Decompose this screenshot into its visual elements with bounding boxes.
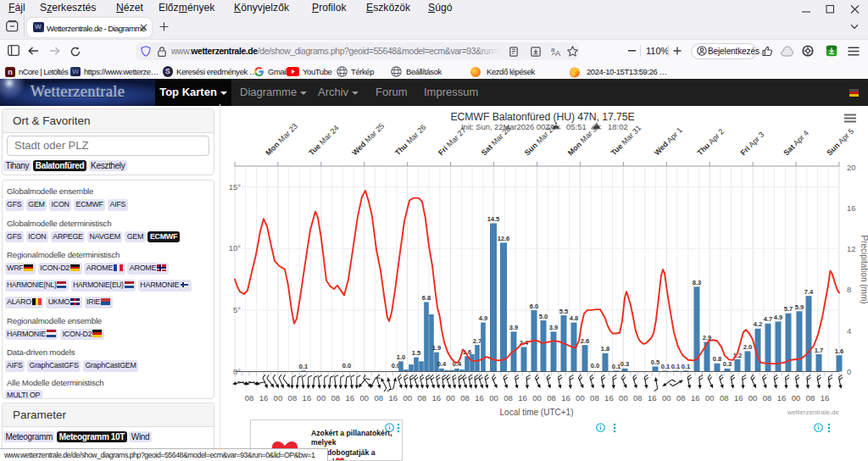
svg-text:Fri Mar 27: Fri Mar 27 (437, 126, 468, 158)
svg-text:ECMWF Balatonfüred (HU) 47N, 1: ECMWF Balatonfüred (HU) 47N, 17.75E (450, 111, 634, 123)
svg-text:00: 00 (489, 393, 498, 403)
svg-text:0.0: 0.0 (591, 362, 599, 369)
svg-text:08: 08 (720, 393, 729, 403)
svg-text:0.1: 0.1 (612, 363, 620, 370)
svg-text:16: 16 (259, 393, 269, 403)
svg-text:16: 16 (734, 393, 743, 403)
svg-text:0.1: 0.1 (682, 363, 690, 370)
svg-text:6.0: 6.0 (530, 303, 538, 310)
svg-text:16: 16 (388, 393, 398, 403)
svg-text:00: 00 (792, 393, 801, 403)
svg-text:12: 12 (847, 244, 856, 253)
svg-text:1.5: 1.5 (412, 349, 420, 357)
svg-text:20: 20 (847, 163, 856, 172)
svg-text:16: 16 (847, 203, 856, 213)
svg-text:0.5: 0.5 (651, 358, 659, 366)
svg-text:12.6: 12.6 (498, 235, 510, 242)
svg-text:08: 08 (504, 393, 513, 403)
svg-text:Thu Apr 2: Thu Apr 2 (696, 127, 726, 157)
svg-text:0.3: 0.3 (723, 360, 732, 368)
svg-text:08: 08 (633, 393, 643, 403)
svg-text:08: 08 (331, 393, 341, 403)
svg-text:Mon Mar 23: Mon Mar 23 (264, 122, 299, 158)
svg-text:08: 08 (763, 393, 772, 403)
svg-text:4.7: 4.7 (764, 315, 772, 323)
svg-text:0.1: 0.1 (299, 363, 308, 370)
svg-text:3.9: 3.9 (549, 324, 558, 331)
svg-text:Precipitation (mm): Precipitation (mm) (860, 235, 868, 303)
svg-text:8: 8 (847, 285, 851, 294)
svg-text:00: 00 (619, 393, 628, 403)
svg-text:1.0: 1.0 (397, 353, 405, 361)
svg-text:08: 08 (590, 393, 599, 403)
svg-text:16: 16 (691, 393, 700, 403)
svg-text:A: A (555, 49, 560, 57)
svg-text:4.2: 4.2 (754, 320, 762, 328)
svg-text:2.0: 2.0 (743, 343, 752, 351)
svg-text:5.0: 5.0 (539, 313, 548, 320)
svg-text:16: 16 (604, 393, 614, 403)
svg-text:00: 00 (274, 393, 283, 403)
svg-text:00: 00 (317, 393, 326, 403)
svg-text:2.7: 2.7 (473, 337, 481, 345)
svg-text:0.0: 0.0 (342, 362, 351, 369)
svg-text:08: 08 (676, 393, 686, 403)
svg-text:4.9: 4.9 (479, 314, 487, 322)
svg-text:16: 16 (475, 393, 484, 403)
svg-text:08: 08 (460, 393, 470, 403)
svg-text:8.3: 8.3 (693, 279, 701, 286)
svg-text:Tue Mar 24: Tue Mar 24 (307, 124, 340, 157)
svg-text:00: 00 (360, 393, 370, 403)
svg-text:7.4: 7.4 (804, 288, 814, 296)
svg-text:2.6: 2.6 (581, 337, 589, 345)
svg-text:3.9: 3.9 (509, 324, 518, 331)
svg-text:08: 08 (245, 393, 254, 403)
svg-text:14.5: 14.5 (487, 215, 500, 223)
svg-text:08: 08 (375, 393, 384, 403)
svg-text:00: 00 (403, 393, 412, 403)
svg-text:0.8: 0.8 (713, 355, 721, 363)
svg-text:10°: 10° (229, 243, 242, 253)
svg-text:08: 08 (806, 393, 815, 403)
svg-text:0: 0 (847, 367, 851, 376)
svg-text:0.4: 0.4 (437, 360, 447, 368)
svg-text:16: 16 (346, 393, 355, 403)
svg-text:Local time (UTC+1): Local time (UTC+1) (500, 408, 574, 417)
svg-text:5.5: 5.5 (559, 308, 568, 315)
svg-text:4.8: 4.8 (570, 314, 578, 322)
svg-text:16: 16 (431, 393, 441, 403)
svg-text:16: 16 (648, 393, 657, 403)
svg-text:16: 16 (303, 393, 312, 403)
svg-text:00: 00 (748, 393, 758, 403)
svg-text:0.1: 0.1 (661, 363, 670, 370)
svg-text:15°: 15° (229, 182, 242, 192)
svg-text:00: 00 (532, 393, 542, 403)
svg-text:5.7: 5.7 (784, 305, 793, 313)
svg-text:08: 08 (288, 393, 298, 403)
svg-text:1.9: 1.9 (432, 344, 441, 352)
svg-text:16: 16 (821, 393, 830, 403)
svg-text:0.1: 0.1 (671, 363, 680, 370)
svg-text:16: 16 (518, 393, 527, 403)
svg-text:00: 00 (705, 393, 715, 403)
svg-text:5.9: 5.9 (795, 303, 804, 311)
svg-text:5°: 5° (233, 305, 241, 314)
svg-text:Sun Apr 5: Sun Apr 5 (825, 127, 855, 158)
svg-text:18:02: 18:02 (608, 122, 628, 131)
svg-text:Thu Mar 26: Thu Mar 26 (393, 123, 427, 157)
svg-text:1.8: 1.8 (601, 345, 609, 353)
svg-text:1.6: 1.6 (835, 347, 843, 355)
svg-text:Fri Apr 3: Fri Apr 3 (739, 131, 766, 158)
svg-text:0.3: 0.3 (620, 360, 629, 368)
svg-text:1.7: 1.7 (815, 347, 823, 354)
svg-text:16: 16 (777, 393, 787, 403)
svg-text:08: 08 (417, 393, 426, 403)
svg-text:4: 4 (847, 326, 851, 336)
svg-text:08: 08 (547, 393, 556, 403)
svg-text:Wed Apr 1: Wed Apr 1 (653, 125, 684, 157)
svg-text:wetterzentrale.de: wetterzentrale.de (787, 408, 840, 416)
svg-text:16: 16 (561, 393, 570, 403)
svg-text:00: 00 (446, 393, 455, 403)
svg-text:6.8: 6.8 (422, 294, 431, 302)
svg-text:Wed Mar 25: Wed Mar 25 (350, 121, 386, 157)
